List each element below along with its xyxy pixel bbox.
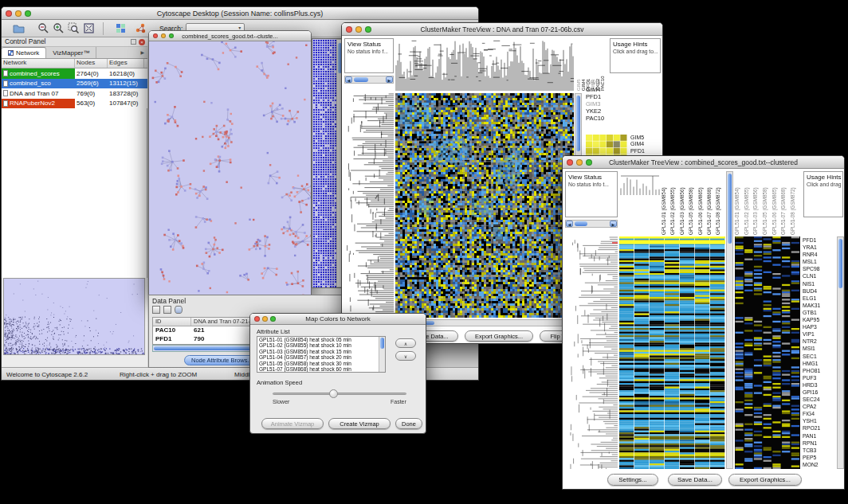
gene-label[interactable]: PEP5 (803, 454, 836, 461)
gene-label[interactable]: RNR4 (803, 251, 836, 258)
close-button[interactable] (153, 33, 158, 38)
dense-network-canvas[interactable] (312, 39, 336, 287)
move-down-button[interactable]: ∨ (395, 351, 416, 361)
network-row[interactable]: RNAPuberNov2 563(0) 107847(0) (2, 99, 147, 109)
h-scrollbar[interactable]: ◀ ▶ (344, 76, 394, 84)
gene-label[interactable]: FIG4 (803, 410, 836, 417)
h-scrollbar-thumb[interactable] (354, 77, 368, 82)
gene-label[interactable]: MON2 (803, 461, 836, 468)
gene-label[interactable]: GTB1 (803, 309, 836, 316)
attribute-list[interactable]: GPL51-01 (GSM854) heat shock 05 minGPL51… (257, 336, 386, 373)
gene-label[interactable]: GPI16 (803, 389, 836, 396)
gene-label[interactable]: PUF3 (803, 374, 836, 381)
gene-label[interactable]: YKE2 (586, 107, 634, 115)
network-overview-canvas[interactable] (4, 279, 144, 354)
zoom-fit-icon[interactable] (83, 22, 95, 34)
network-view-title-bar[interactable]: combined_scores_good.txt--cluste... (149, 31, 311, 41)
attribute-list-item[interactable]: GPL51-04 (GSM857) heat shock 20 min (257, 354, 385, 360)
treeview-dna-title-bar[interactable]: ClusterMaker TreeView : DNA and Tran 07-… (342, 23, 662, 36)
heatmap1-canvas[interactable] (619, 236, 725, 469)
gene-label[interactable]: SEC1 (803, 353, 836, 360)
network-row[interactable]: DNA and Tran 07 769(0) 183728(0) (2, 88, 147, 99)
gene-label[interactable]: GIM5 (630, 135, 662, 141)
heatmap-canvas[interactable] (395, 93, 574, 318)
export-graphics-button[interactable]: Export Graphics... (465, 330, 533, 342)
tab-overflow-icon[interactable]: ▶ (140, 47, 147, 58)
minimize-button[interactable] (161, 33, 166, 38)
move-up-button[interactable]: ∧ (395, 338, 416, 348)
network-overview-panel[interactable] (3, 278, 145, 355)
close-button[interactable] (6, 10, 12, 17)
cytoscape-logo-icon[interactable] (135, 22, 147, 34)
gene-label[interactable]: GIM5 (586, 79, 634, 86)
scroll-right-icon[interactable]: ▶ (386, 76, 393, 83)
h-scrollbar-thumb[interactable] (575, 221, 587, 226)
slider-thumb[interactable] (329, 389, 338, 398)
attribute-list-item[interactable]: GPL51-03 (GSM856) heat shock 15 min (257, 349, 385, 354)
gene-label[interactable]: TCB3 (803, 447, 836, 454)
gene-label[interactable]: BUD4 (803, 287, 836, 295)
zoom-button[interactable] (169, 33, 174, 38)
column-dendrogram-canvas[interactable] (395, 38, 574, 91)
zoom-in-icon[interactable] (53, 22, 65, 34)
column-dendrogram-canvas[interactable] (619, 171, 661, 195)
gene-label[interactable]: NIS1 (803, 280, 836, 287)
attribute-list-item[interactable]: GPL51-05 (GSM858) heat shock 30 min (257, 361, 385, 366)
gene-label[interactable]: GIM4 (586, 86, 634, 93)
save-data-button[interactable]: Save Data... (668, 474, 722, 486)
gene-label[interactable]: GIM3 (586, 100, 634, 107)
dialog-title-bar[interactable]: Map Colors to Network (250, 314, 426, 325)
minimize-button[interactable] (15, 10, 22, 17)
done-button[interactable]: Done (395, 418, 422, 429)
gene-label[interactable]: PFD1 (586, 93, 634, 100)
gene-label[interactable]: PFD1 (630, 148, 662, 154)
v-scrollbar[interactable] (726, 171, 733, 469)
heatmap2-canvas[interactable] (735, 236, 800, 469)
zoom-button[interactable] (25, 10, 31, 17)
node-attribute-browser-button[interactable]: Node Attribute Brows... (184, 355, 260, 365)
h-scrollbar[interactable]: ◀ ▶ (565, 220, 618, 228)
attribute-grid-icon[interactable] (152, 306, 160, 314)
gene-label[interactable]: MSI1 (803, 345, 836, 352)
overview-icon[interactable] (115, 22, 127, 34)
gene-label[interactable]: PFD1 (803, 236, 836, 244)
gene-label[interactable]: MSL1 (803, 258, 836, 265)
gene-label[interactable]: MAK31 (803, 302, 836, 309)
gene-label[interactable]: VIP1 (803, 330, 836, 338)
zoom-button[interactable] (586, 159, 592, 166)
gene-label[interactable]: SEC24 (803, 396, 836, 403)
gene-label[interactable]: CPA2 (803, 403, 836, 410)
gene-label[interactable]: HMG1 (803, 360, 836, 367)
export-graphics-button[interactable]: Export Graphics... (728, 474, 802, 486)
gene-label[interactable]: RPO21 (803, 424, 836, 432)
v-scrollbar[interactable] (837, 236, 844, 469)
gene-label[interactable]: HRD3 (803, 381, 836, 389)
animate-vizmap-button[interactable]: Animate Vizmap (261, 418, 324, 429)
tab-vizmapper[interactable]: VizMapper™ (46, 47, 96, 58)
treeview-combined-title-bar[interactable]: ClusterMaker TreeView : combined_scores_… (563, 156, 844, 169)
minimize-button[interactable] (576, 159, 583, 166)
gene-label[interactable]: KAP95 (803, 316, 836, 323)
close-button[interactable] (254, 316, 260, 322)
gene-label[interactable]: PAC10 (586, 115, 634, 122)
row-dendrogram-canvas[interactable] (565, 236, 618, 469)
scroll-left-icon[interactable]: ◀ (566, 221, 573, 227)
database-icon[interactable] (175, 306, 183, 314)
gene-label[interactable]: PHO81 (803, 367, 836, 374)
row-dendrogram-canvas[interactable] (344, 93, 394, 318)
attribute-list-item[interactable]: GPL51-02 (GSM855) heat shock 10 min (257, 342, 385, 348)
v-scrollbar-thumb[interactable] (576, 96, 580, 151)
close-button[interactable] (567, 159, 573, 166)
close-panel-icon[interactable]: × (139, 39, 145, 45)
gene-label[interactable]: ELG1 (803, 295, 836, 302)
gene-label[interactable]: SPC98 (803, 265, 836, 272)
main-title-bar[interactable]: Cytoscape Desktop (Session Name: collins… (2, 7, 478, 20)
attribute-select-icon[interactable] (163, 306, 171, 314)
scroll-right-icon[interactable]: ▶ (610, 221, 617, 227)
network-canvas[interactable] (149, 41, 311, 295)
open-folder-icon[interactable] (13, 22, 25, 34)
network-row[interactable]: combined_scores 2764(0) 16218(0) (2, 68, 147, 79)
gene-label[interactable]: PAN1 (803, 432, 836, 440)
minimize-button[interactable] (262, 316, 268, 322)
v-scrollbar-thumb[interactable] (380, 338, 384, 349)
